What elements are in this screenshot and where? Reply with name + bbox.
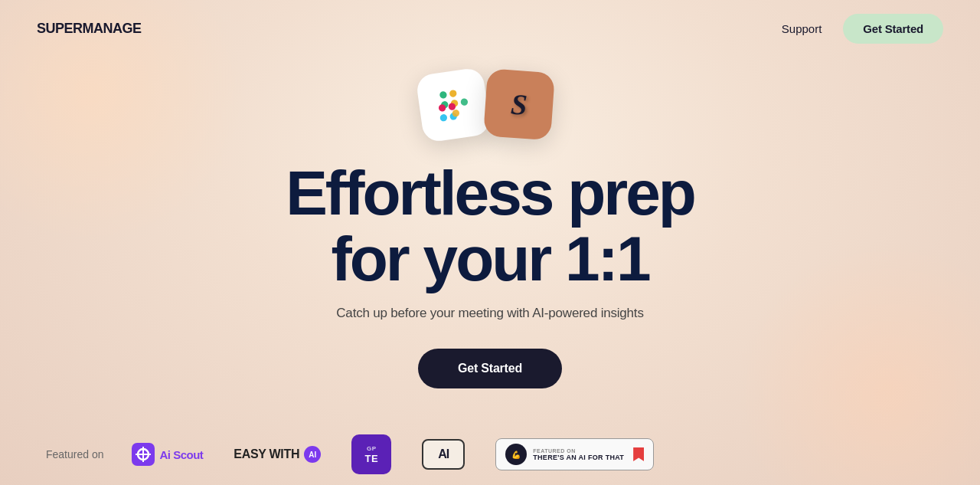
gpte-logo: GP TE	[351, 434, 391, 474]
navbar: SUPERMANAGE Support Get Started	[0, 0, 980, 57]
support-link[interactable]: Support	[782, 22, 822, 35]
ai-badge-logo: AI	[422, 439, 465, 470]
ai-scout-icon	[132, 443, 155, 466]
featured-logos-group: Ai Scout EASY WITH AI GP TE AI 💪 FEATURE…	[132, 434, 935, 474]
ai-for-that-main-text: THERE'S AN AI FOR THAT	[533, 454, 624, 461]
gpte-main-text: TE	[364, 453, 378, 464]
ai-badge-text: AI	[438, 447, 449, 461]
hero-subheading: Catch up before your meeting with AI-pow…	[336, 306, 643, 321]
easy-with-ai-logo: EASY WITH AI	[234, 446, 321, 463]
ai-scout-text-group: Ai Scout	[160, 448, 204, 461]
ai-for-that-featured-label: FEATURED ON	[533, 448, 624, 454]
hero-heading-line1: Effortless prep	[286, 158, 694, 228]
slack-icon-wrapper	[415, 67, 491, 143]
supermanage-icon-wrapper: S	[483, 68, 555, 140]
gpte-top-text: GP	[367, 445, 377, 452]
svg-rect-9	[460, 98, 468, 106]
ai-for-that-text-group: FEATURED ON THERE'S AN AI FOR THAT	[533, 448, 624, 461]
ai-for-that-icon: 💪	[505, 444, 527, 465]
svg-rect-6	[439, 114, 447, 122]
brand-logo: SUPERMANAGE	[37, 21, 142, 37]
slack-logo-svg	[432, 84, 475, 126]
app-icons-group: S	[420, 71, 560, 139]
nav-get-started-button[interactable]: Get Started	[843, 14, 943, 44]
ai-scout-name: Ai Scout	[160, 448, 204, 461]
s-letter: S	[510, 87, 528, 122]
ai-for-that-bookmark-icon	[633, 447, 644, 461]
featured-label: Featured on	[46, 448, 104, 460]
svg-rect-2	[449, 90, 457, 97]
theres-an-ai-for-that-logo: 💪 FEATURED ON THERE'S AN AI FOR THAT	[495, 438, 654, 470]
easy-with-ai-icon: AI	[304, 446, 321, 463]
ai-scout-logo: Ai Scout	[132, 443, 204, 466]
hero-section: S Effortless prep for your 1:1 Catch up …	[0, 57, 980, 416]
featured-bar: Featured on Ai Scout EASY WITH AI GP TE	[0, 424, 980, 485]
nav-right: Support Get Started	[782, 14, 943, 44]
hero-heading: Effortless prep for your 1:1	[286, 160, 694, 292]
hero-get-started-button[interactable]: Get Started	[418, 349, 562, 388]
hero-heading-line2: for your 1:1	[331, 224, 648, 293]
easy-with-text: EASY WITH	[234, 447, 299, 461]
svg-rect-0	[439, 91, 447, 99]
